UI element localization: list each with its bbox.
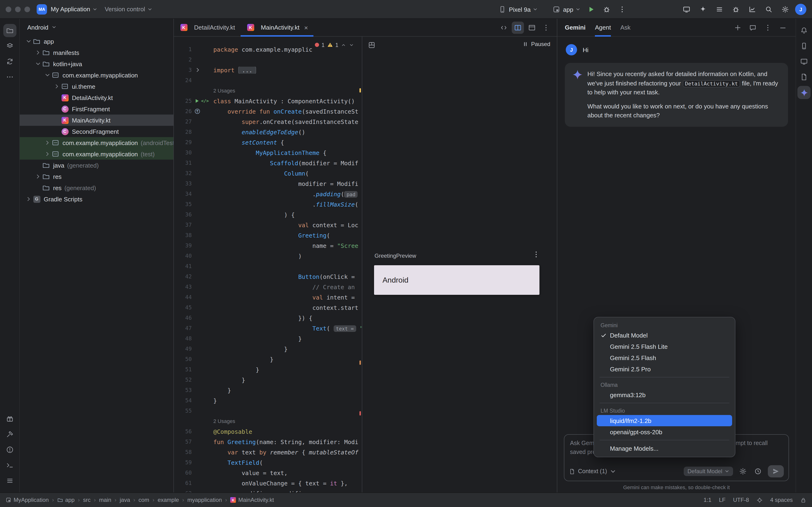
lock-icon[interactable] <box>800 497 806 503</box>
preview-gutter-icon[interactable]: </> <box>201 99 209 103</box>
inspection-widget[interactable]: 1 1 <box>311 40 358 49</box>
inspections-toggle-icon[interactable] <box>757 497 763 503</box>
tree-item-gradle-scripts[interactable]: GGradle Scripts <box>20 193 173 205</box>
dependencies-button[interactable] <box>3 412 16 425</box>
code-editor[interactable]: 1package com.example.myapplic23import ..… <box>174 37 362 493</box>
tree-item-detailactivity-kt[interactable]: KDetailActivity.kt <box>20 92 173 103</box>
debug-button[interactable] <box>601 3 613 16</box>
commit-button[interactable] <box>3 55 16 68</box>
device-manager-button[interactable] <box>798 40 811 53</box>
minimize-window-button[interactable] <box>15 6 21 12</box>
chevron-right-icon[interactable] <box>24 195 33 203</box>
project-menu[interactable]: My Application <box>51 6 97 13</box>
chevron-right-icon[interactable] <box>53 82 61 90</box>
resource-manager-button[interactable] <box>3 40 16 53</box>
breadcrumb-item-myapplication[interactable]: myapplication <box>188 497 222 503</box>
breadcrumb-item-example[interactable]: example <box>158 497 179 503</box>
run-config-selector[interactable]: app <box>563 6 580 13</box>
run-gutter-icon[interactable] <box>194 98 200 104</box>
chevron-down-icon[interactable] <box>24 38 33 45</box>
indent-setting[interactable]: 4 spaces <box>770 497 793 503</box>
more-run-options-button[interactable] <box>616 3 629 16</box>
chevron-down-icon[interactable] <box>34 60 42 68</box>
tree-item-java-generated[interactable]: java(generated) <box>20 160 173 171</box>
avatar[interactable]: J <box>795 3 806 15</box>
gemini-toolbar-button[interactable] <box>696 3 709 15</box>
context-chip[interactable]: Context (1) <box>569 468 616 474</box>
model-option-gemini-2-5-flash[interactable]: Gemini 2.5 Flash <box>597 352 732 363</box>
editor-more-button[interactable] <box>540 21 552 34</box>
editor-tab-detailactivity-kt[interactable]: KDetailActivity.kt <box>174 19 241 36</box>
breadcrumb-item-java[interactable]: java <box>120 497 130 503</box>
breadcrumb-item-mainactivity-kt[interactable]: KMainActivity.kt <box>230 497 274 503</box>
search-button[interactable] <box>762 3 775 15</box>
chevron-right-icon[interactable] <box>43 139 51 147</box>
split-view-button[interactable] <box>512 21 524 34</box>
usages-hint[interactable]: 2 Usages <box>174 86 362 96</box>
notifications-button[interactable] <box>798 24 811 37</box>
history-button[interactable] <box>753 466 763 476</box>
gemini-settings-button[interactable] <box>738 466 748 476</box>
logcat-button[interactable] <box>3 474 16 487</box>
model-option-manage-models[interactable]: Manage Models... <box>597 443 732 454</box>
tree-item-ui-theme[interactable]: ui.theme <box>20 81 173 92</box>
send-button[interactable] <box>768 465 784 477</box>
device-selector[interactable]: Pixel 9a <box>509 6 538 13</box>
model-option-default-model[interactable]: Default Model <box>597 330 732 341</box>
chevron-right-icon[interactable] <box>34 49 42 56</box>
tree-item-app[interactable]: app <box>20 36 173 47</box>
tree-item-firstfragment[interactable]: CFirstFragment <box>20 103 173 115</box>
gemini-tab-ask[interactable]: Ask <box>620 18 630 36</box>
breadcrumb-item-com[interactable]: com <box>139 497 149 503</box>
caret-position[interactable]: 1:1 <box>704 497 711 503</box>
breadcrumb-item-src[interactable]: src <box>83 497 91 503</box>
logcat-toolbar-button[interactable] <box>713 3 725 15</box>
vcs-menu[interactable]: Version control <box>105 6 152 13</box>
hide-panel-button[interactable] <box>778 22 788 33</box>
fold-icon[interactable] <box>194 66 202 74</box>
line-ending[interactable]: LF <box>719 497 725 503</box>
tree-item-com-example-myapplication[interactable]: com.example.myapplication <box>20 69 173 81</box>
build-button[interactable] <box>3 428 16 441</box>
gemini-more-button[interactable] <box>763 22 773 33</box>
breadcrumb-item-myapplication[interactable]: MyApplication <box>6 497 49 503</box>
chevron-right-icon[interactable] <box>43 150 51 158</box>
prev-problem-icon[interactable] <box>341 42 346 48</box>
preview-canvas[interactable]: Android <box>374 265 540 295</box>
tree-item-com-example-myapplication-test[interactable]: com.example.myapplication(test) <box>20 148 173 160</box>
model-option-gemini-2-5-pro[interactable]: Gemini 2.5 Pro <box>597 363 732 375</box>
profiler-button[interactable] <box>746 3 758 15</box>
bug-report-button[interactable] <box>729 3 742 15</box>
breadcrumb-item-main[interactable]: main <box>99 497 111 503</box>
tree-item-res[interactable]: res <box>20 171 173 182</box>
zoom-window-button[interactable] <box>24 6 30 12</box>
model-option-liquid-lfm2-1-2b[interactable]: liquid/lfm2-1.2b <box>597 415 732 426</box>
preview-more-icon[interactable] <box>532 251 540 258</box>
editor-tab-mainactivity-kt[interactable]: KMainActivity.kt× <box>241 19 314 36</box>
chevron-right-icon[interactable] <box>34 173 42 180</box>
tree-item-com-example-myapplication-androidtest[interactable]: com.example.myapplication(androidTest) <box>20 137 173 148</box>
model-option-gemini-2-5-flash-lite[interactable]: Gemini 2.5 Flash Lite <box>597 341 732 352</box>
project-view-selector[interactable]: Android <box>20 19 173 36</box>
code-view-button[interactable] <box>498 21 510 34</box>
file-encoding[interactable]: UTF-8 <box>733 497 749 503</box>
model-option-openai-gpt-oss-20b[interactable]: openai/gpt-oss-20b <box>597 426 732 438</box>
device-mirroring-button[interactable] <box>680 3 693 15</box>
settings-button[interactable] <box>779 3 791 15</box>
problems-button[interactable] <box>3 443 16 456</box>
gemini-tab-agent[interactable]: Agent <box>595 18 611 36</box>
terminal-button[interactable] <box>3 459 16 472</box>
close-window-button[interactable] <box>6 6 11 12</box>
run-button[interactable] <box>585 3 598 16</box>
model-selector-chip[interactable]: Default Model <box>684 467 733 476</box>
gemini-button[interactable] <box>798 86 811 99</box>
tree-item-manifests[interactable]: manifests <box>20 47 173 58</box>
tree-item-secondfragment[interactable]: CSecondFragment <box>20 126 173 137</box>
model-option-gemma3-12b[interactable]: gemma3:12b <box>597 389 732 400</box>
running-devices-button[interactable] <box>798 55 811 68</box>
tree-item-mainactivity-kt[interactable]: KMainActivity.kt <box>20 115 173 126</box>
project-button[interactable] <box>3 24 16 37</box>
assistant-button[interactable] <box>798 70 811 83</box>
next-problem-icon[interactable] <box>349 42 354 48</box>
tree-item-kotlin-java[interactable]: kotlin+java <box>20 58 173 69</box>
